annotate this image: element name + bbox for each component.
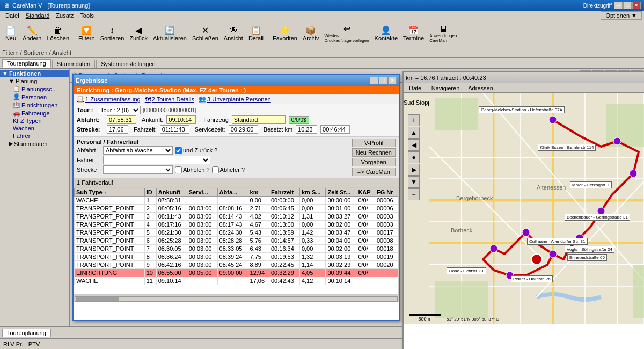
toolbar-archive[interactable]: 📦 Archiv	[301, 25, 321, 42]
toolbar-reprint[interactable]: ↩ Wieder-Druckaufträge vorlegen	[322, 24, 371, 44]
map-right[interactable]: ▶	[408, 164, 420, 176]
table-cell-4-9: 0/0/	[356, 229, 375, 237]
col-km-s[interactable]: km S...	[299, 188, 326, 197]
menu-datei[interactable]: Datei	[2, 12, 23, 19]
map-menu-navigieren[interactable]: Navigieren	[428, 84, 463, 92]
careman-btn[interactable]: => CareMan	[352, 168, 396, 176]
toolbar-refresh[interactable]: 🔄 Aktualisieren	[151, 25, 189, 42]
menu-zusatz[interactable]: Zusatz	[53, 12, 77, 19]
col-zeit-st[interactable]: Zeit St...	[326, 188, 356, 197]
strecke-input[interactable]	[107, 125, 128, 134]
map-up[interactable]: ▲	[408, 127, 420, 139]
map-menu-adressen[interactable]: Adressen	[465, 84, 496, 92]
tab-stammdaten[interactable]: Stammdaten	[52, 60, 95, 68]
col-servi[interactable]: Servi...	[187, 188, 217, 197]
sidebar-fahrzeuge[interactable]: 🚗 Fahrzeuge	[0, 109, 69, 117]
vorgaben-btn[interactable]: Vorgaben	[352, 158, 396, 166]
abholen-check[interactable]: Abholen ?	[175, 166, 210, 173]
map-center[interactable]: ●	[408, 151, 420, 163]
sidebar-stammdaten[interactable]: ▶ Stammdaten	[0, 140, 69, 148]
results-close[interactable]: ✕	[388, 77, 397, 84]
col-fahrzeit[interactable]: Fahrzeit	[269, 188, 299, 197]
maximize-btn[interactable]: □	[623, 2, 632, 9]
options-btn[interactable]: Optionen ▼	[601, 11, 642, 20]
map-down[interactable]: ▼	[408, 176, 420, 188]
servicezeit-input[interactable]	[229, 125, 258, 134]
table-row[interactable]: WACHE1109:10:1417,0600:42:434,1200:10:14	[75, 277, 398, 285]
minimize-btn[interactable]: ─	[614, 2, 623, 9]
sidebar-einrichtungen[interactable]: 🏥 Einrichtungen	[0, 101, 69, 109]
toolbar-dates[interactable]: 📅 Termine	[401, 25, 426, 42]
abfahrt-input[interactable]	[107, 115, 136, 124]
col-fg-nr[interactable]: FG Nr	[375, 188, 398, 197]
sidebar-planungsc[interactable]: 📋 Planungssc...	[0, 85, 69, 93]
fahrer-select[interactable]	[103, 156, 210, 164]
nav-touren-details[interactable]: 🗺 2 Touren Details	[145, 96, 194, 103]
sidebar-personen[interactable]: 👤 Personen	[0, 93, 69, 101]
besetzt-time-input[interactable]	[320, 125, 350, 134]
col-id[interactable]: ID	[144, 188, 156, 197]
col-abfa[interactable]: Abfa...	[217, 188, 248, 197]
toolbar-sort[interactable]: ↕ Sortieren	[98, 25, 127, 42]
table-row[interactable]: TRANSPORT_POINT508:21:3000:03:0008:24:30…	[75, 229, 398, 237]
toolbar-back[interactable]: ◀ Zurück	[127, 25, 150, 42]
map-display[interactable]: Bergeborbeck Borbeck Altenessen-Sud Stop…	[404, 93, 644, 324]
nav-unverplante[interactable]: 👥 3 Unverplante Personen	[199, 96, 271, 103]
sidebar-header-funktionen[interactable]: ▼ Funktionen	[0, 70, 69, 77]
toolbar-detail[interactable]: 📋 Detail	[246, 25, 266, 42]
table-container[interactable]: Sub Type ↕ ID Ankunft Servi... Abfa... k…	[74, 187, 399, 295]
table-row[interactable]: TRANSPORT_POINT608:25:2800:03:0008:28:28…	[75, 237, 398, 245]
col-ankunft[interactable]: Ankunft	[156, 188, 187, 197]
table-cell-0-8: 00:00:00	[326, 197, 356, 205]
sidebar-fahrer[interactable]: Fahrer	[0, 132, 69, 140]
table-row[interactable]: WACHE107:58:310,0000:00:000,0000:00:000/…	[75, 197, 398, 205]
table-row[interactable]: TRANSPORT_POINT308:11:4300:03:0008:14:43…	[75, 213, 398, 221]
besetzt-km-input[interactable]	[296, 125, 317, 134]
toolbar-favorites[interactable]: ⭐ Favoriten	[270, 25, 299, 42]
toolbar-view[interactable]: 👁 Ansicht	[222, 25, 245, 42]
toolbar-contacts[interactable]: 👤 Kontakte	[372, 25, 400, 42]
map-left[interactable]: ◀	[408, 139, 420, 151]
menu-standard[interactable]: Standard	[23, 12, 53, 19]
tab-tourenplanung[interactable]: Tourenplanung	[2, 59, 51, 68]
table-row[interactable]: TRANSPORT_POINT708:30:0500:03:0008:33:05…	[75, 245, 398, 253]
tour-select[interactable]: Tour : 2 (8)	[98, 106, 141, 114]
close-btn[interactable]: ✕	[632, 2, 641, 9]
neu-rechnen-btn[interactable]: Neu Rechnen	[352, 148, 396, 157]
col-kap[interactable]: KAP	[356, 188, 375, 197]
table-row[interactable]: TRANSPORT_POINT808:36:2400:03:0008:39:24…	[75, 253, 398, 261]
und-zurueck-check[interactable]: und Zurück ?	[175, 147, 217, 154]
sidebar-kfz-typen[interactable]: KFZ Typen	[0, 117, 69, 125]
ankunft-input[interactable]	[166, 115, 196, 124]
table-row[interactable]: TRANSPORT_POINT408:17:1600:03:0008:17:43…	[75, 221, 398, 229]
bottom-tab-tourenplanung[interactable]: Tourenplanung	[2, 329, 51, 337]
nav-zusammenfassung[interactable]: 📋 1 Zusammenfassung	[77, 96, 141, 103]
abliefer-check[interactable]: Abliefer ?	[212, 166, 245, 173]
personal-abfahrt-select[interactable]: Abfahrt ab Wache	[103, 146, 173, 155]
col-km[interactable]: km	[248, 188, 269, 197]
map-zoom-out[interactable]: −	[408, 188, 420, 200]
results-title: Ergebnisse	[76, 77, 107, 84]
menu-tools[interactable]: Tools	[77, 12, 97, 19]
results-maximize[interactable]: □	[379, 77, 387, 84]
strecke-select[interactable]	[103, 165, 173, 174]
sidebar-planung[interactable]: ▼ Planung	[0, 77, 69, 85]
table-row[interactable]: EINRICHTUNG1008:55:0000:05:0009:00:0012,…	[75, 269, 398, 277]
toolbar-delete[interactable]: 🗑 Löschen	[45, 25, 71, 42]
fahrzeug-input[interactable]	[232, 115, 286, 124]
toolbar-new[interactable]: 📄 Neu	[2, 25, 19, 42]
col-subtype[interactable]: Sub Type ↕	[75, 188, 145, 197]
sidebar-wachen[interactable]: Wachen	[0, 125, 69, 132]
v-profil-btn[interactable]: V-Profil	[352, 139, 396, 147]
table-row[interactable]: TRANSPORT_POINT208:05:1600:03:0008:08:16…	[75, 205, 398, 213]
fahrzeit-input[interactable]	[160, 125, 189, 134]
toolbar-edit[interactable]: ✏️ Ändern	[20, 25, 43, 42]
results-minimize[interactable]: ─	[370, 77, 378, 84]
map-menu-datei[interactable]: Datei	[406, 84, 426, 92]
toolbar-filter[interactable]: 🔽 Filtern	[76, 25, 97, 42]
table-row[interactable]: TRANSPORT_POINT908:42:1600:03:0008:45:24…	[75, 261, 398, 269]
toolbar-close[interactable]: ✕ Schließen	[190, 25, 221, 42]
toolbar-apps[interactable]: 🖥 AnwendungenCareMan	[427, 24, 459, 44]
tab-systemeinstellungen[interactable]: Systemeinstellungen	[96, 60, 160, 68]
map-zoom-in[interactable]: +	[408, 114, 420, 126]
